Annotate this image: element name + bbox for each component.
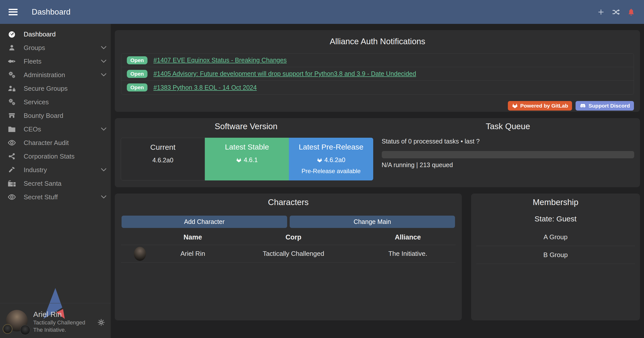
sidebar-item-secret-stuff[interactable]: Secret Stuff <box>0 190 111 204</box>
shuttle-icon <box>8 58 16 65</box>
gears-icon <box>8 98 16 106</box>
software-version-title: Software Version <box>115 122 377 131</box>
user-lock-icon <box>8 85 16 92</box>
sidebar-item-administration[interactable]: Administration <box>0 68 111 82</box>
top-navbar: Dashboard <box>0 0 644 24</box>
characters-table: Name Corp Alliance Ariel Rin Tactically … <box>121 231 456 263</box>
corp-logo-badge <box>3 324 13 334</box>
main-content: Alliance Auth Notifications Open #1407 E… <box>111 24 644 338</box>
change-main-button[interactable]: Change Main <box>290 216 455 228</box>
version-number[interactable]: 4.6.2a0 <box>324 156 345 164</box>
sidebar-item-label: Secret Stuff <box>24 193 58 201</box>
notification-item: Open #1383 Python 3.8 EOL - 14 Oct 2024 <box>121 81 634 94</box>
software-taskqueue-panel: Software Version Current 4.6.2a0 Latest … <box>115 118 640 187</box>
sidebar-item-corporation-stats[interactable]: Corporation Stats <box>0 150 111 163</box>
task-queue-text: N/A running | 213 queued <box>382 161 634 169</box>
membership-title: Membership <box>476 198 635 207</box>
sidebar-item-character-audit[interactable]: Character Audit <box>0 136 111 150</box>
gifts-icon <box>8 180 16 187</box>
sidebar-item-ceos[interactable]: CEOs <box>0 122 111 136</box>
external-badges: Powered by GitLab Support Discord <box>121 101 634 111</box>
list-item-group: A Group <box>476 228 635 246</box>
version-cell-current: Current 4.6.2a0 <box>121 138 205 180</box>
menu-toggle-icon[interactable] <box>9 9 18 15</box>
notifications-list: Open #1407 EVE Equinox Status - Breaking… <box>121 53 634 94</box>
sidebar-item-bounty-board[interactable]: Bounty Board <box>0 109 111 122</box>
version-number: 4.6.2a0 <box>152 157 173 164</box>
portrait-column-header <box>121 231 159 245</box>
bottom-row: Characters Add Character Change Main Nam… <box>115 194 640 320</box>
status-badge: Open <box>127 83 147 91</box>
sidebar-item-label: Bounty Board <box>24 112 63 120</box>
switch-character-icon[interactable] <box>612 8 620 16</box>
sidebar-item-secure-groups[interactable]: Secure Groups <box>0 82 111 95</box>
sidebar-item-label: Secure Groups <box>24 85 68 92</box>
list-item-group: B Group <box>476 246 635 264</box>
sidebar-item-label: CEOs <box>24 125 41 133</box>
characters-title: Characters <box>121 198 456 207</box>
sidebar-item-dashboard[interactable]: Dashboard <box>0 27 111 41</box>
eye-icon <box>8 139 16 147</box>
discord-badge[interactable]: Support Discord <box>576 101 634 111</box>
chevron-down-icon <box>101 195 107 199</box>
notification-link[interactable]: #1383 Python 3.8 EOL - 14 Oct 2024 <box>154 84 257 91</box>
sidebar-item-groups[interactable]: Groups <box>0 41 111 55</box>
user-settings-gear-icon[interactable] <box>97 318 105 338</box>
chevron-down-icon <box>101 59 107 63</box>
add-character-icon[interactable] <box>597 8 605 16</box>
notifications-title: Alliance Auth Notifications <box>121 37 634 46</box>
user-name: Ariel Rin <box>33 310 85 319</box>
notification-link[interactable]: #1407 EVE Equinox Status - Breaking Chan… <box>154 57 287 64</box>
sidebar-item-label: Character Audit <box>24 139 69 147</box>
notifications-panel: Alliance Auth Notifications Open #1407 E… <box>115 30 640 112</box>
gitlab-tanuki-icon <box>236 158 242 163</box>
character-portrait-thumb <box>134 247 146 261</box>
sidebar: Dashboard Groups Fleets <box>0 24 111 338</box>
version-heading: Latest Pre-Release <box>289 143 373 151</box>
task-queue-title: Task Queue <box>382 122 634 131</box>
navbar-actions <box>597 8 635 16</box>
task-queue-section: Task Queue Status of 0 processed tasks •… <box>377 118 640 187</box>
gauge-icon <box>8 30 16 38</box>
version-heading: Current <box>121 143 205 152</box>
status-badge: Open <box>127 70 147 78</box>
sidebar-item-services[interactable]: Services <box>0 95 111 109</box>
sidebar-item-label: Corporation Stats <box>24 153 74 160</box>
sidebar-item-industry[interactable]: Industry <box>0 163 111 177</box>
chevron-down-icon <box>101 46 107 50</box>
sidebar-item-label: Services <box>24 98 49 106</box>
group-list: A Group B Group <box>476 228 635 264</box>
gitlab-badge[interactable]: Powered by GitLab <box>508 101 572 111</box>
character-name-cell: Ariel Rin <box>159 245 227 263</box>
notification-link[interactable]: #1405 Advisory: Future development will … <box>154 70 416 77</box>
user-icon <box>8 44 16 52</box>
version-cells: Current 4.6.2a0 Latest Stable 4.6.1 Late… <box>121 138 373 180</box>
user-corp: Tactically Challenged <box>33 319 85 326</box>
notifications-bell-icon[interactable] <box>627 8 635 16</box>
version-heading: Latest Stable <box>205 143 289 151</box>
sidebar-item-label: Secret Santa <box>24 180 61 187</box>
characters-panel: Characters Add Character Change Main Nam… <box>115 194 462 320</box>
alliance-logo-badge <box>20 325 30 335</box>
user-panel: Ariel Rin Tactically Challenged The Init… <box>0 303 111 338</box>
sidebar-item-label: Industry <box>24 166 47 174</box>
alliance-auth-dashboard: Dashboard Dashboard <box>0 0 644 338</box>
sidebar-item-fleets[interactable]: Fleets <box>0 55 111 68</box>
hammer-icon <box>8 166 16 174</box>
chevron-down-icon <box>101 127 107 131</box>
shop-icon <box>8 112 16 119</box>
characters-actions: Add Character Change Main <box>121 216 456 228</box>
table-row: Ariel Rin Tactically Challenged The Init… <box>121 245 456 263</box>
sidebar-item-secret-santa[interactable]: Secret Santa <box>0 177 111 190</box>
version-number[interactable]: 4.6.1 <box>244 156 258 164</box>
prerelease-note: Pre-Release available <box>289 168 373 175</box>
eye-icon <box>8 193 16 201</box>
folder-icon <box>8 125 16 133</box>
software-version-section: Software Version Current 4.6.2a0 Latest … <box>115 118 377 187</box>
membership-panel: Membership State: Guest A Group B Group <box>471 194 640 320</box>
notification-item: Open #1407 EVE Equinox Status - Breaking… <box>121 54 634 67</box>
chevron-down-icon <box>101 73 107 77</box>
add-character-button[interactable]: Add Character <box>122 216 287 228</box>
sidebar-item-label: Administration <box>24 71 65 79</box>
version-cell-prerelease: Latest Pre-Release 4.6.2a0 Pre-Release a… <box>289 138 373 180</box>
